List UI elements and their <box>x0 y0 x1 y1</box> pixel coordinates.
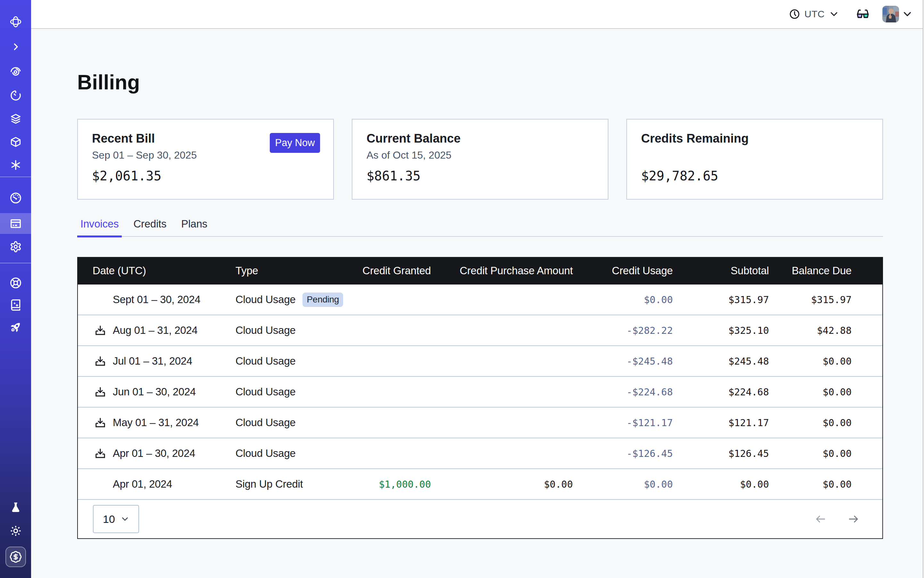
icon-graphic <box>10 277 22 289</box>
sidebar-expand-chevron-icon[interactable] <box>11 42 21 52</box>
badge-dollar-icon <box>9 550 22 563</box>
invoice-type-cell: Cloud Usage <box>235 355 351 367</box>
download-invoice-icon[interactable] <box>94 355 106 367</box>
invoice-type: Cloud Usage <box>235 447 296 459</box>
subtotal-value: $315.97 <box>673 294 769 305</box>
invoice-row[interactable]: Sept 01 – 30, 2024 Cloud Usage Pending $… <box>78 284 882 315</box>
invoice-row[interactable]: May 01 – 31, 2024 Cloud Usage -$121.17 $… <box>78 408 882 438</box>
download-invoice-icon[interactable] <box>94 325 106 336</box>
icon-graphic <box>9 321 22 334</box>
invoice-date-cell: Apr 01, 2024 <box>78 478 235 490</box>
current-balance-card: Current Balance As of Oct 15, 2025 $861.… <box>352 119 608 200</box>
invoice-row[interactable]: Apr 01, 2024 Sign Up Credit $1,000.00 $0… <box>78 469 882 500</box>
column-header: Subtotal <box>673 265 769 277</box>
settings-gear-icon[interactable] <box>10 240 22 253</box>
observability-icon[interactable] <box>10 66 21 78</box>
tab-invoices[interactable]: Invoices <box>77 213 122 236</box>
balance-due-value: $0.00 <box>769 356 852 367</box>
invoice-type-cell: Cloud Usage Pending <box>235 292 351 307</box>
invoice-date-cell: Sept 01 – 30, 2024 <box>78 294 235 306</box>
card-title: Current Balance <box>367 130 594 146</box>
credit-usage-value: -$126.45 <box>573 448 673 459</box>
subtotal-value: $224.68 <box>673 386 769 398</box>
credits-remaining-amount: $29,782.65 <box>641 168 718 183</box>
sidebar <box>0 0 31 578</box>
column-header: Date (UTC) <box>78 265 235 277</box>
subtotal-value: $245.48 <box>673 356 769 367</box>
user-avatar[interactable] <box>882 6 899 23</box>
page-size-value: 10 <box>103 513 115 526</box>
download-invoice-icon[interactable] <box>94 417 106 429</box>
invoice-type: Cloud Usage <box>235 294 296 306</box>
arrow-right-icon <box>848 514 859 524</box>
credits-badge-dollar-button[interactable] <box>5 547 26 567</box>
icon-graphic <box>882 6 899 23</box>
cube-icon[interactable] <box>10 136 21 148</box>
balance-due-value: $0.00 <box>769 448 852 459</box>
balance-due-value: $42.88 <box>769 325 852 336</box>
invoice-type: Cloud Usage <box>235 417 296 429</box>
billing-tabs: Invoices Credits Plans <box>77 213 883 237</box>
column-header: Balance Due <box>769 265 852 277</box>
main-content: Billing Recent Bill Sep 01 – Sep 30, 202… <box>31 29 924 578</box>
sidebar-item-billing[interactable] <box>10 218 22 230</box>
credit-purchase-value: $0.00 <box>431 479 573 490</box>
invoice-date-cell: May 01 – 31, 2024 <box>78 417 235 429</box>
balance-due-value: $0.00 <box>769 417 852 429</box>
support-lifebuoy-icon[interactable] <box>10 277 22 289</box>
sidebar-divider <box>0 263 31 263</box>
invoice-date-cell: Jul 01 – 31, 2024 <box>78 355 235 367</box>
dashboard-gauge-icon[interactable] <box>10 192 22 204</box>
invoice-row[interactable]: Jul 01 – 31, 2024 Cloud Usage -$245.48 $… <box>78 346 882 377</box>
download-invoice-icon[interactable] <box>94 386 106 398</box>
timezone-picker[interactable]: UTC <box>789 9 839 19</box>
invoice-type: Sign Up Credit <box>235 478 303 490</box>
arrow-left-icon <box>815 514 826 524</box>
timezone-label: UTC <box>804 9 825 19</box>
user-menu-chevron-icon[interactable] <box>902 9 913 19</box>
invoice-row[interactable]: Aug 01 – 31, 2024 Cloud Usage -$282.22 $… <box>78 315 882 346</box>
reading-glasses-icon[interactable] <box>856 7 870 21</box>
asterisk-icon[interactable] <box>10 159 22 171</box>
clock-icon <box>789 9 800 19</box>
page-size-select[interactable]: 10 <box>93 505 139 533</box>
pay-now-button[interactable]: Pay Now <box>270 133 320 153</box>
tab-plans[interactable]: Plans <box>178 213 211 236</box>
labs-flask-icon[interactable] <box>10 502 22 514</box>
astro-orbit-logo-icon[interactable] <box>9 15 23 29</box>
invoice-type-cell: Cloud Usage <box>235 447 351 459</box>
icon-graphic <box>10 136 21 148</box>
invoice-date-cell: Apr 01 – 30, 2024 <box>78 447 235 459</box>
icon-graphic <box>10 113 21 125</box>
theme-sun-icon[interactable] <box>10 525 22 537</box>
balance-due-value: $0.00 <box>769 386 852 398</box>
invoice-date: Apr 01 – 30, 2024 <box>113 447 195 459</box>
layers-icon[interactable] <box>10 113 21 125</box>
download-invoice-icon[interactable] <box>94 448 106 459</box>
credit-usage-value: $0.00 <box>573 479 673 490</box>
previous-page-button[interactable] <box>815 514 826 524</box>
window-edge <box>923 0 924 578</box>
rocket-icon[interactable] <box>9 321 22 334</box>
history-timer-icon[interactable] <box>10 90 21 101</box>
balance-due-value: $315.97 <box>769 294 852 305</box>
invoice-date-cell: Jun 01 – 30, 2024 <box>78 386 235 398</box>
status-badge: Pending <box>302 292 343 307</box>
subtotal-value: $325.10 <box>673 325 769 336</box>
icon-graphic <box>10 66 21 78</box>
subtotal-value: $121.17 <box>673 417 769 429</box>
credit-usage-value: -$282.22 <box>573 325 673 336</box>
card-title: Credits Remaining <box>641 130 869 146</box>
credit-card-icon <box>10 218 22 230</box>
column-header: Credit Granted <box>351 265 431 277</box>
icon-graphic <box>10 502 22 514</box>
tab-credits[interactable]: Credits <box>130 213 169 236</box>
invoice-row[interactable]: Apr 01 – 30, 2024 Cloud Usage -$126.45 $… <box>78 438 882 469</box>
invoice-type-cell: Sign Up Credit <box>235 478 351 490</box>
invoice-row[interactable]: Jun 01 – 30, 2024 Cloud Usage -$224.68 $… <box>78 377 882 408</box>
next-page-button[interactable] <box>848 514 859 524</box>
icon-graphic <box>94 417 106 429</box>
docs-book-icon[interactable] <box>10 299 22 311</box>
table-header-row: Date (UTC)TypeCredit GrantedCredit Purch… <box>77 257 883 284</box>
page-title: Billing <box>77 70 883 95</box>
